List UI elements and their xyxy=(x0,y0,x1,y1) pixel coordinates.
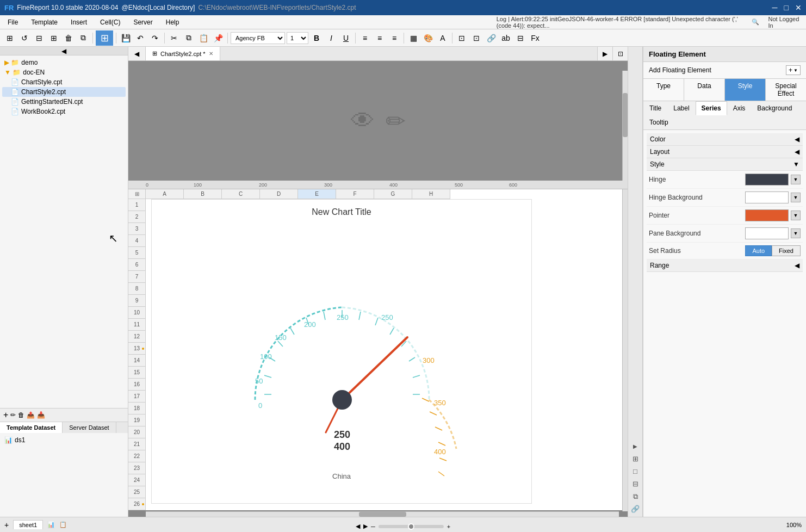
toolbar-refresh[interactable]: ↺ xyxy=(18,32,31,45)
toolbar-cut[interactable]: ✂ xyxy=(168,32,181,45)
server-dataset-tab[interactable]: Server Dataset xyxy=(63,422,116,433)
minimize-btn[interactable]: ─ xyxy=(772,3,778,12)
maximize-btn[interactable]: □ xyxy=(784,3,789,12)
align-center-btn[interactable]: ≡ xyxy=(373,32,386,45)
menu-cell[interactable]: Cell(C) xyxy=(95,17,126,27)
chart-tab-series[interactable]: Series xyxy=(696,101,727,115)
sheet-icon-1[interactable]: 📊 xyxy=(47,521,55,528)
side-grid-icon[interactable]: ⊞ xyxy=(629,454,642,465)
sheet1-tab[interactable]: sheet1 xyxy=(13,520,43,529)
login-status[interactable]: Not Logged In xyxy=(768,16,799,29)
add-element-btn[interactable]: + ▼ xyxy=(786,65,801,75)
italic-btn[interactable]: I xyxy=(325,32,338,45)
hinge-bg-swatch[interactable] xyxy=(745,191,789,203)
align-right-btn[interactable]: ≡ xyxy=(388,32,401,45)
radius-auto-btn[interactable]: Auto xyxy=(745,245,772,256)
pointer-color-swatch[interactable] xyxy=(745,209,789,221)
add-sheet-btn[interactable]: + xyxy=(4,521,9,529)
align-left-btn[interactable]: ≡ xyxy=(358,32,371,45)
chart-container[interactable]: New Chart Title xyxy=(151,199,532,504)
hinge-dropdown[interactable]: ▼ xyxy=(791,175,801,184)
left-panel-collapse[interactable]: ◀ xyxy=(0,47,128,55)
tree-item-gettingstarted[interactable]: 📄 GettingStartedEN.cpt xyxy=(2,97,126,107)
canvas-area[interactable]: 👁 ✏ 0 100 200 300 400 500 600 xyxy=(128,61,628,517)
scroll-right-btn[interactable]: ▶ xyxy=(363,523,368,530)
report-mode-btn[interactable]: ⊞ xyxy=(96,30,113,46)
chart-tab-background[interactable]: Background xyxy=(751,101,798,115)
font-family-select[interactable]: Agency FB xyxy=(231,32,285,44)
toolbar-copy2[interactable]: ⧉ xyxy=(182,32,195,45)
hinge-color-swatch[interactable] xyxy=(745,174,789,185)
v-scrollbar[interactable] xyxy=(622,71,628,511)
export-dataset-btn[interactable]: 📤 xyxy=(27,411,35,419)
toolbar-delete[interactable]: 🗑 xyxy=(62,32,75,45)
tree-item-doc-en[interactable]: ▼ 📁 doc-EN xyxy=(2,67,126,77)
dataset-item-ds1[interactable]: 📊 ds1 xyxy=(2,435,126,445)
fx-btn[interactable]: Fx xyxy=(529,32,542,45)
side-expand-icon[interactable]: ▶ xyxy=(629,441,642,452)
merge-btn[interactable]: ⊡ xyxy=(455,32,468,45)
add-dataset-btn[interactable]: + xyxy=(3,410,8,420)
template-dataset-tab[interactable]: Template Dataset xyxy=(0,422,63,433)
pane-bg-swatch[interactable] xyxy=(745,227,789,239)
layout-section[interactable]: Layout ◀ xyxy=(647,146,803,158)
underline-btn[interactable]: U xyxy=(339,32,352,45)
toolbar-template[interactable]: ⊞ xyxy=(47,32,60,45)
tree-item-chartstyle2[interactable]: 📄 ChartStyle2.cpt xyxy=(2,87,126,97)
toolbar-redo[interactable]: ↷ xyxy=(148,32,162,45)
pane-bg-dropdown[interactable]: ▼ xyxy=(791,228,801,238)
sheet-icon-2[interactable]: 📋 xyxy=(59,521,67,528)
menu-server[interactable]: Server xyxy=(128,17,158,27)
color-section[interactable]: Color ◀ xyxy=(647,133,803,146)
toolbar-format-paste[interactable]: 📌 xyxy=(212,32,225,45)
toolbar-save[interactable]: ⊟ xyxy=(33,32,46,45)
tab-style[interactable]: Style xyxy=(725,79,766,101)
menu-template[interactable]: Template xyxy=(26,17,63,27)
chart-tab-axis[interactable]: Axis xyxy=(727,101,752,115)
menu-file[interactable]: File xyxy=(2,17,23,27)
delete-dataset-btn[interactable]: 🗑 xyxy=(18,411,24,419)
tab-data[interactable]: Data xyxy=(684,79,725,101)
toolbar-undo[interactable]: ↶ xyxy=(134,32,147,45)
import-dataset-btn[interactable]: 📥 xyxy=(37,411,45,419)
zoom-thumb[interactable] xyxy=(408,523,414,530)
radius-fixed-btn[interactable]: Fixed xyxy=(772,245,801,256)
close-btn[interactable]: ✕ xyxy=(795,3,802,12)
h-scrollbar[interactable] xyxy=(146,511,619,517)
tab-maximize[interactable]: ⊡ xyxy=(612,47,628,60)
link-btn[interactable]: 🔗 xyxy=(485,32,498,45)
chart-tab-title[interactable]: Title xyxy=(643,101,667,115)
style-section[interactable]: Style ▼ xyxy=(647,158,803,171)
tab-type[interactable]: Type xyxy=(643,79,684,101)
side-copy-icon[interactable]: ⧉ xyxy=(629,491,642,502)
tab-chartstyle2[interactable]: ⊞ ChartStyle2.cpt * ✕ xyxy=(146,47,220,60)
menu-help[interactable]: Help xyxy=(160,17,185,27)
edit-dataset-btn[interactable]: ✏ xyxy=(10,411,16,419)
tree-item-demo[interactable]: ▶ 📁 demo xyxy=(2,58,126,67)
tab-nav-forward[interactable]: ▶ xyxy=(597,47,612,60)
tree-item-chartstyle[interactable]: 📄 ChartStyle.cpt xyxy=(2,77,126,87)
toolbar-copy[interactable]: ⧉ xyxy=(77,32,90,45)
align-v-btn[interactable]: ⊟ xyxy=(514,32,527,45)
fill-color-btn[interactable]: 🎨 xyxy=(421,32,435,45)
v-scrollbar-thumb[interactable] xyxy=(623,93,628,137)
ab-btn[interactable]: ab xyxy=(499,32,512,45)
scroll-left-btn[interactable]: ◀ xyxy=(356,523,360,530)
pointer-dropdown[interactable]: ▼ xyxy=(791,211,801,220)
merge2-btn[interactable]: ⊡ xyxy=(470,32,483,45)
range-section[interactable]: Range ◀ xyxy=(647,259,803,272)
toolbar-new[interactable]: ⊞ xyxy=(3,32,16,45)
font-color-btn[interactable]: A xyxy=(436,32,449,45)
font-size-select[interactable]: 1 xyxy=(287,32,308,44)
hinge-bg-dropdown[interactable]: ▼ xyxy=(791,193,801,202)
menu-insert[interactable]: Insert xyxy=(65,17,92,27)
tab-close-btn[interactable]: ✕ xyxy=(209,51,213,57)
side-link-icon[interactable]: 🔗 xyxy=(629,504,642,515)
zoom-slider[interactable] xyxy=(379,525,444,528)
side-preview-icon[interactable]: □ xyxy=(629,466,642,477)
tree-item-workbook2[interactable]: 📄 WorkBook2.cpt xyxy=(2,107,126,116)
border-btn[interactable]: ▦ xyxy=(407,32,420,45)
tab-nav-back[interactable]: ◀ xyxy=(128,47,146,60)
toolbar-paste[interactable]: 📋 xyxy=(197,32,210,45)
toolbar-save2[interactable]: 💾 xyxy=(119,32,132,45)
